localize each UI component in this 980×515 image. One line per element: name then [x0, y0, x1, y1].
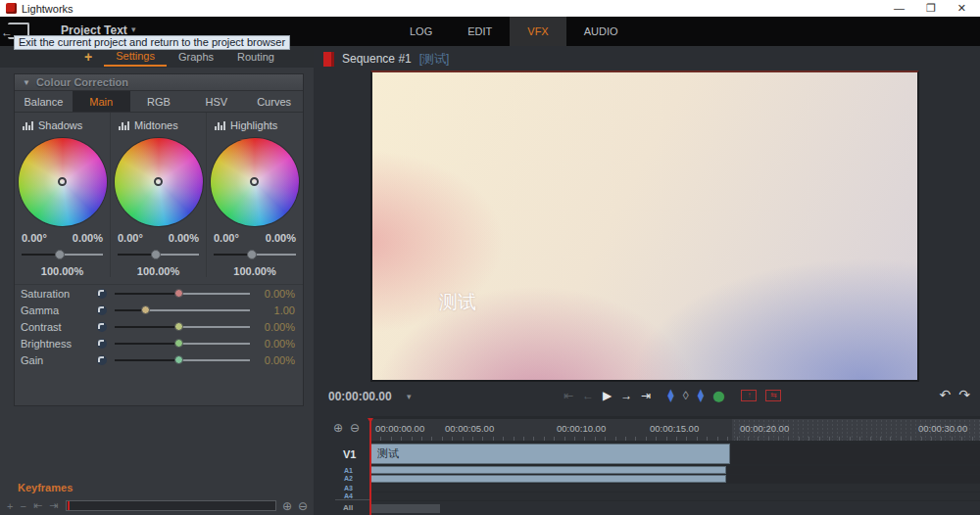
- reset-icon[interactable]: [97, 339, 107, 349]
- reset-icon[interactable]: [97, 322, 107, 332]
- ruler-label: 00:00:30.00: [918, 423, 967, 434]
- add-effect-button[interactable]: +: [84, 49, 92, 65]
- chevron-down-icon[interactable]: ▾: [131, 24, 136, 34]
- step-back-button[interactable]: ←: [582, 387, 594, 404]
- slider-thumb[interactable]: [174, 289, 183, 298]
- gamma-slider[interactable]: [115, 304, 250, 316]
- zoom-out-icon[interactable]: ⊖: [350, 422, 360, 434]
- slider-label: Brightness: [21, 338, 97, 350]
- wheel-cursor[interactable]: [250, 177, 259, 186]
- slider-thumb[interactable]: [151, 250, 161, 259]
- join-section-button[interactable]: ⇆: [765, 390, 781, 401]
- audio-clip[interactable]: [370, 466, 726, 474]
- go-to-end-button[interactable]: ⇥: [641, 387, 651, 404]
- maximize-button[interactable]: ❐: [926, 0, 936, 17]
- master-value: 100.00%: [111, 261, 206, 277]
- reset-icon[interactable]: [97, 305, 107, 315]
- slider-thumb[interactable]: [247, 250, 257, 259]
- video-track-v1[interactable]: 测试: [370, 444, 980, 464]
- keyframes-bar: + − ⇤ ⇥ ⊕ ⊖: [0, 496, 314, 515]
- tab-balance[interactable]: Balance: [15, 91, 73, 112]
- tab-settings[interactable]: Settings: [104, 47, 167, 67]
- audio-track-a3[interactable]: [370, 484, 980, 492]
- tab-curves[interactable]: Curves: [245, 91, 303, 112]
- zoom-out-icon[interactable]: ⊖: [298, 499, 308, 513]
- keyframe-playhead[interactable]: [68, 501, 70, 510]
- brightness-slider[interactable]: [115, 338, 250, 350]
- track-label-all[interactable]: All: [343, 503, 353, 512]
- slider-thumb[interactable]: [174, 355, 183, 364]
- gain-slider[interactable]: [115, 354, 250, 366]
- add-keyframe-button[interactable]: +: [7, 500, 13, 512]
- keyframe-timeline[interactable]: [66, 500, 276, 511]
- timecode-display[interactable]: 00:00:00.00: [328, 390, 392, 403]
- wheel-cursor[interactable]: [58, 177, 67, 186]
- slider-thumb[interactable]: [141, 305, 150, 314]
- tab-rgb[interactable]: RGB: [130, 91, 188, 112]
- go-to-start-button[interactable]: ⇤: [564, 387, 573, 404]
- tab-graphs[interactable]: Graphs: [167, 48, 225, 66]
- reset-icon[interactable]: [97, 289, 107, 299]
- undo-button[interactable]: ↶: [940, 387, 952, 402]
- slider-thumb[interactable]: [55, 250, 65, 259]
- slider-thumb[interactable]: [174, 339, 183, 348]
- saturation-slider[interactable]: [115, 288, 250, 300]
- tab-edit[interactable]: EDIT: [450, 17, 510, 46]
- tab-main[interactable]: Main: [73, 91, 130, 112]
- wheel-cursor[interactable]: [154, 177, 163, 186]
- horizontal-scrollbar[interactable]: [371, 504, 440, 513]
- track-label-v1[interactable]: V1: [343, 448, 356, 460]
- keyframe-indicator-icon[interactable]: ⬤: [712, 387, 724, 404]
- zoom-in-icon[interactable]: ⊕: [282, 499, 292, 513]
- audio-track-a4[interactable]: [370, 492, 980, 500]
- colour-correction-header[interactable]: ▼ Colour Correction: [15, 74, 303, 91]
- tab-audio[interactable]: AUDIO: [566, 17, 636, 46]
- tab-log[interactable]: LOG: [392, 17, 450, 46]
- playhead[interactable]: [369, 418, 371, 515]
- shadows-luma-slider[interactable]: [22, 248, 103, 261]
- colour-correction-tabs: Balance Main RGB HSV Curves: [15, 91, 303, 113]
- next-keyframe-button[interactable]: ⇥: [49, 499, 58, 512]
- remove-section-button[interactable]: ↑: [741, 390, 757, 401]
- chevron-down-icon[interactable]: ▾: [407, 392, 412, 401]
- contrast-slider[interactable]: [115, 321, 250, 333]
- step-forward-button[interactable]: →: [620, 387, 632, 404]
- video-viewer[interactable]: 测试: [370, 70, 919, 382]
- minimize-button[interactable]: —: [894, 0, 905, 17]
- timeline-ruler[interactable]: 00:00:00.00 00:00:05.00 00:00:10.00 00:0…: [370, 419, 980, 441]
- tab-vfx[interactable]: VFX: [510, 17, 565, 46]
- video-clip[interactable]: 测试: [370, 444, 730, 464]
- sequence-title[interactable]: Sequence #1: [342, 52, 412, 66]
- redo-button[interactable]: ↷: [958, 387, 970, 402]
- highlights-luma-slider[interactable]: [214, 248, 296, 261]
- track-label-a1[interactable]: A1: [344, 467, 353, 474]
- track-label-a2[interactable]: A2: [344, 475, 353, 482]
- wheel-label: Shadows: [38, 119, 82, 131]
- mark-out-icon[interactable]: ⧫: [698, 387, 704, 404]
- mark-in-icon[interactable]: ⧫: [667, 387, 673, 404]
- unmark-icon[interactable]: ◊: [683, 387, 689, 404]
- prev-keyframe-button[interactable]: ⇤: [33, 499, 42, 512]
- reset-icon[interactable]: [97, 355, 107, 365]
- tab-routing[interactable]: Routing: [225, 48, 286, 66]
- audio-track-a1[interactable]: [370, 466, 980, 474]
- zoom-in-icon[interactable]: ⊕: [333, 422, 343, 434]
- remove-keyframe-button[interactable]: −: [20, 500, 25, 512]
- track-label-a4[interactable]: A4: [344, 492, 353, 499]
- audio-track-a2[interactable]: [370, 475, 980, 483]
- collapse-icon[interactable]: ▼: [23, 78, 30, 87]
- sat-value: 0.00%: [169, 232, 199, 244]
- play-button[interactable]: ▶: [603, 387, 612, 404]
- tab-hsv[interactable]: HSV: [187, 91, 245, 112]
- ruler-label: 00:00:20.00: [740, 423, 789, 434]
- slider-thumb[interactable]: [174, 322, 183, 331]
- midtones-luma-slider[interactable]: [118, 248, 199, 261]
- close-button[interactable]: ✕: [957, 0, 966, 17]
- highlights-colour-wheel[interactable]: [211, 138, 299, 226]
- midtones-colour-wheel[interactable]: [115, 138, 203, 226]
- adjustment-sliders: Saturation 0.00% Gamma 1.00: [15, 284, 303, 368]
- sat-value: 0.00%: [73, 232, 103, 244]
- shadows-colour-wheel[interactable]: [19, 138, 107, 226]
- track-label-a3[interactable]: A3: [344, 485, 353, 492]
- audio-clip[interactable]: [370, 475, 726, 483]
